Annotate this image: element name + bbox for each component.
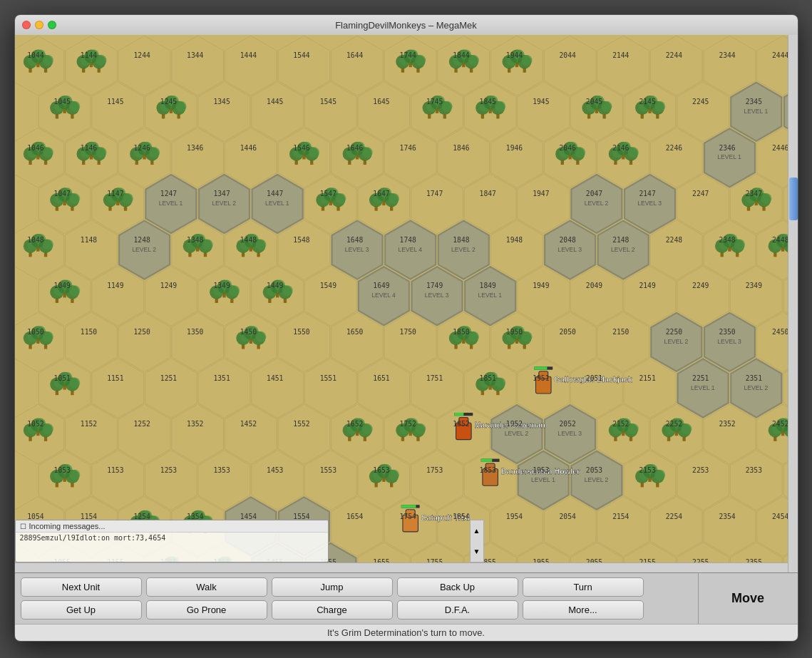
svg-text:1545: 1545: [319, 98, 336, 106]
horizontal-scrollbar[interactable]: [15, 562, 788, 572]
svg-text:1747: 1747: [426, 190, 442, 197]
content-area: Gallowglas BlackjackMarauder CavemanBand…: [15, 35, 798, 641]
svg-text:2249: 2249: [692, 282, 709, 289]
svg-text:1148: 1148: [80, 236, 96, 244]
svg-text:2254: 2254: [665, 513, 682, 520]
svg-text:2248: 2248: [665, 236, 682, 244]
svg-text:2247: 2247: [692, 190, 709, 197]
get-up-button[interactable]: Get Up: [21, 600, 142, 620]
svg-point-469: [69, 101, 80, 112]
svg-text:1352: 1352: [187, 420, 203, 428]
svg-text:1450: 1450: [240, 328, 256, 336]
svg-text:1047: 1047: [53, 190, 70, 197]
svg-text:1551: 1551: [319, 374, 336, 382]
svg-text:1152: 1152: [80, 420, 96, 428]
svg-text:2353: 2353: [745, 466, 761, 474]
charge-button[interactable]: Charge: [272, 600, 393, 620]
go-prone-button[interactable]: Go Prone: [146, 600, 267, 620]
svg-text:1353: 1353: [213, 466, 230, 474]
svg-point-805: [282, 285, 292, 296]
svg-text:LEVEL 2: LEVEL 2: [212, 200, 236, 207]
svg-text:1954: 1954: [505, 513, 522, 520]
walk-button[interactable]: Walk: [146, 577, 267, 597]
svg-text:1253: 1253: [160, 466, 176, 474]
dfa-button[interactable]: D.F.A.: [397, 600, 518, 620]
svg-text:1454: 1454: [240, 513, 256, 520]
svg-text:1952: 1952: [505, 420, 522, 428]
svg-text:2145: 2145: [639, 98, 655, 106]
traffic-lights: [22, 21, 56, 29]
minimize-button[interactable]: [35, 21, 43, 29]
svg-text:1751: 1751: [426, 374, 442, 382]
back-up-button[interactable]: Back Up: [397, 577, 518, 597]
svg-text:1754: 1754: [399, 513, 416, 520]
svg-text:1547: 1547: [319, 190, 336, 197]
svg-text:2245: 2245: [692, 98, 709, 106]
svg-text:1245: 1245: [160, 98, 176, 106]
svg-text:1852: 1852: [453, 420, 469, 428]
next-unit-button[interactable]: Next Unit: [21, 577, 142, 597]
svg-text:1749: 1749: [426, 282, 442, 289]
svg-point-599: [361, 147, 372, 158]
turn-button[interactable]: Turn: [523, 577, 644, 597]
svg-text:1654: 1654: [346, 513, 362, 520]
svg-text:1844: 1844: [453, 51, 469, 59]
svg-text:1250: 1250: [133, 328, 150, 336]
scroll-down-icon[interactable]: ▼: [473, 548, 480, 555]
svg-text:LEVEL 3: LEVEL 3: [557, 430, 582, 437]
svg-point-433: [468, 55, 478, 66]
more-button[interactable]: More...: [523, 600, 644, 620]
svg-text:1851: 1851: [479, 374, 495, 382]
vertical-scrollbar[interactable]: [788, 35, 798, 572]
svg-rect-1143: [454, 413, 463, 416]
message-scroll-arrows[interactable]: ▲ ▼: [470, 520, 484, 562]
scroll-up-icon[interactable]: ▲: [473, 527, 480, 535]
svg-text:1554: 1554: [293, 513, 309, 520]
svg-text:1946: 1946: [505, 144, 522, 152]
svg-text:1650: 1650: [346, 328, 362, 336]
svg-text:1744: 1744: [399, 51, 416, 59]
hex-map[interactable]: Gallowglas BlackjackMarauder CavemanBand…: [15, 35, 798, 572]
svg-text:1344: 1344: [187, 51, 203, 59]
svg-text:2444: 2444: [772, 51, 788, 59]
svg-text:1854: 1854: [453, 513, 469, 520]
message-checkbox-icon[interactable]: ☐: [20, 523, 26, 530]
svg-text:1947: 1947: [533, 190, 549, 197]
svg-point-696: [761, 193, 771, 204]
svg-text:1549: 1549: [319, 282, 336, 289]
map-area[interactable]: Gallowglas BlackjackMarauder CavemanBand…: [15, 35, 798, 572]
vertical-scrollbar-thumb[interactable]: [789, 178, 798, 220]
svg-point-664: [122, 193, 133, 204]
button-row-1: Next Unit Walk Jump Back Up Turn: [21, 577, 692, 597]
svg-text:2152: 2152: [612, 420, 629, 428]
svg-text:1753: 1753: [426, 466, 442, 474]
close-button[interactable]: [22, 21, 31, 29]
svg-text:1651: 1651: [373, 374, 389, 382]
svg-text:1853: 1853: [479, 466, 495, 474]
svg-text:1752: 1752: [399, 420, 416, 428]
svg-point-478: [175, 101, 186, 112]
svg-text:2351: 2351: [745, 374, 761, 382]
svg-text:1950: 1950: [505, 328, 522, 336]
maximize-button[interactable]: [48, 21, 56, 29]
svg-text:1445: 1445: [267, 98, 283, 106]
svg-rect-1138: [534, 366, 547, 369]
svg-text:LEVEL 1: LEVEL 1: [264, 200, 289, 207]
svg-point-817: [42, 331, 53, 342]
svg-text:1948: 1948: [505, 236, 522, 244]
svg-point-844: [521, 331, 532, 342]
svg-text:1345: 1345: [213, 98, 230, 106]
svg-text:LEVEL 2: LEVEL 2: [744, 384, 768, 391]
svg-text:2252: 2252: [665, 420, 682, 428]
svg-text:1252: 1252: [133, 420, 150, 428]
svg-text:1648: 1648: [346, 236, 362, 244]
svg-text:1846: 1846: [453, 144, 469, 152]
jump-button[interactable]: Jump: [272, 577, 393, 597]
svg-text:2352: 2352: [719, 420, 735, 428]
svg-text:2045: 2045: [585, 98, 602, 106]
svg-text:1544: 1544: [293, 51, 309, 59]
status-bar: It's Grim Determination's turn to move.: [15, 624, 798, 641]
svg-text:1848: 1848: [453, 236, 469, 244]
svg-text:1646: 1646: [346, 144, 362, 152]
svg-text:2048: 2048: [559, 236, 575, 244]
